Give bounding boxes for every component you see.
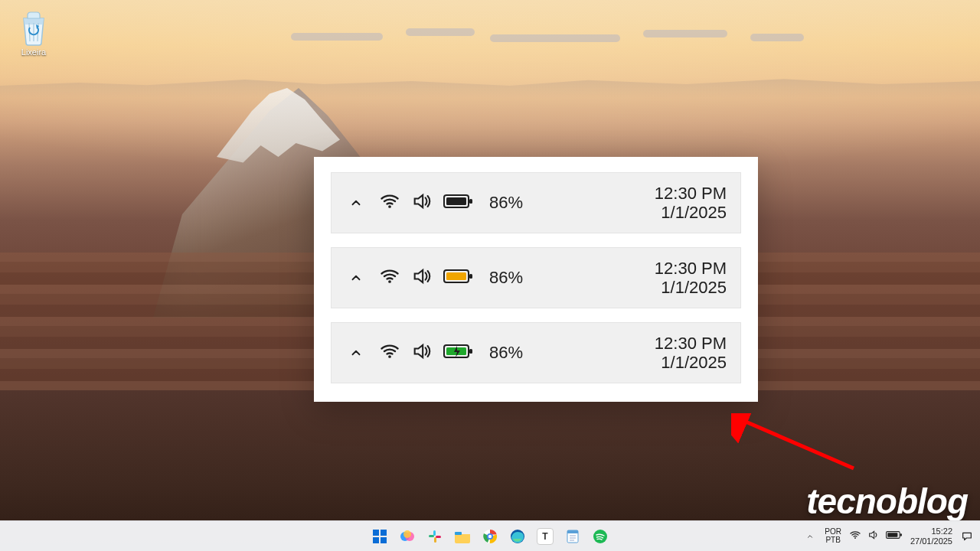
battery-percent: 86% (489, 343, 523, 363)
chrome-icon (482, 529, 498, 544)
wifi-icon[interactable] (379, 266, 400, 290)
svg-rect-19 (434, 537, 436, 543)
tray-date: 1/1/2025 (655, 278, 727, 297)
tray-clock[interactable]: 12:30 PM 1/1/2025 (655, 259, 727, 298)
svg-rect-8 (469, 349, 472, 354)
recycle-bin-label: Lixeira (9, 47, 58, 57)
tray-overflow-button[interactable] (342, 271, 370, 285)
tray-time: 12:30 PM (655, 184, 727, 203)
volume-icon (867, 529, 880, 544)
folder-icon (454, 529, 471, 544)
tray-example-row: 86% 12:30 PM 1/1/2025 (331, 172, 741, 233)
language-bottom: PTB (825, 536, 840, 545)
recycle-bin[interactable]: Lixeira (9, 8, 58, 57)
notifications-button[interactable] (960, 530, 974, 543)
chrome-button[interactable] (479, 525, 501, 548)
volume-icon[interactable] (411, 191, 433, 215)
battery-icon[interactable] (443, 193, 474, 213)
svg-rect-27 (567, 530, 578, 533)
edge-button[interactable] (506, 525, 529, 548)
tray-example-row: 86% 12:30 PM 1/1/2025 (331, 247, 741, 308)
wifi-icon[interactable] (379, 191, 400, 215)
svg-point-16 (403, 530, 411, 538)
battery-fill (446, 272, 466, 280)
tray-overflow-button[interactable] (342, 346, 370, 360)
chevron-up-icon (349, 346, 363, 360)
chevron-up-icon (349, 271, 363, 285)
taskbar-time: 15:22 (910, 527, 952, 536)
chat-icon (961, 530, 973, 543)
notepad-icon (565, 529, 580, 544)
tray-time: 12:30 PM (655, 259, 727, 278)
chevron-up-icon (806, 533, 814, 540)
notepad-button[interactable] (561, 525, 584, 548)
taskbar-clock[interactable]: 15:22 27/01/2025 (910, 527, 952, 545)
language-button[interactable]: POR PTB (825, 528, 841, 544)
svg-rect-20 (436, 536, 441, 538)
copilot-button[interactable] (396, 525, 419, 548)
tray-clock[interactable]: 12:30 PM 1/1/2025 (655, 334, 727, 373)
language-top: POR (825, 528, 841, 536)
wifi-icon[interactable] (379, 341, 400, 365)
wallpaper-clouds (291, 27, 827, 50)
wifi-icon (849, 529, 861, 544)
chevron-up-icon (349, 196, 363, 210)
taskbar: T POR PTB (0, 520, 980, 551)
start-button[interactable] (368, 525, 391, 548)
svg-rect-18 (429, 535, 434, 537)
battery-icon (886, 530, 903, 543)
watermark: tecnoblog (806, 481, 968, 522)
battery-percent: 86% (489, 193, 523, 213)
svg-point-24 (488, 534, 492, 537)
svg-rect-35 (887, 533, 897, 537)
tray-date: 1/1/2025 (655, 353, 727, 372)
svg-rect-11 (381, 530, 387, 536)
slack-icon (427, 529, 443, 544)
taskbar-pinned-apps: T (368, 525, 612, 548)
spotify-button[interactable] (589, 525, 612, 548)
volume-icon[interactable] (411, 266, 433, 290)
svg-rect-5 (469, 274, 472, 279)
windows-icon (372, 529, 387, 544)
svg-rect-34 (900, 533, 902, 536)
text-app-button[interactable]: T (534, 525, 557, 548)
battery-fill (446, 197, 466, 205)
spotify-icon (593, 529, 608, 544)
svg-point-32 (854, 537, 856, 539)
svg-rect-21 (455, 532, 462, 535)
tray-overflow-button[interactable] (803, 530, 817, 543)
svg-rect-17 (433, 530, 436, 536)
tray-time: 12:30 PM (655, 334, 727, 353)
svg-rect-2 (469, 199, 472, 204)
svg-point-3 (388, 280, 391, 283)
tray-overflow-button[interactable] (342, 196, 370, 210)
volume-icon[interactable] (411, 341, 433, 365)
recycle-bin-icon (18, 8, 50, 46)
battery-charging-icon[interactable] (443, 343, 474, 363)
tray-example-row: 86% 12:30 PM 1/1/2025 (331, 322, 741, 383)
taskbar-date: 27/01/2025 (910, 536, 952, 546)
text-app-icon: T (537, 528, 554, 545)
svg-point-6 (388, 355, 391, 358)
svg-rect-12 (373, 537, 379, 543)
svg-rect-10 (373, 530, 379, 536)
battery-icon[interactable] (443, 268, 474, 288)
file-explorer-button[interactable] (451, 525, 474, 548)
quick-settings-button[interactable] (849, 529, 903, 544)
svg-rect-13 (381, 537, 387, 543)
copilot-icon (400, 529, 415, 544)
tray-examples-card: 86% 12:30 PM 1/1/2025 86% (314, 157, 758, 402)
svg-point-0 (388, 205, 391, 208)
edge-icon (510, 529, 525, 544)
tray-clock[interactable]: 12:30 PM 1/1/2025 (655, 184, 727, 223)
slack-button[interactable] (423, 525, 446, 548)
tray-date: 1/1/2025 (655, 203, 727, 222)
desktop[interactable]: Lixeira 86% 12:30 PM 1/1/ (0, 0, 980, 551)
battery-percent: 86% (489, 268, 523, 288)
